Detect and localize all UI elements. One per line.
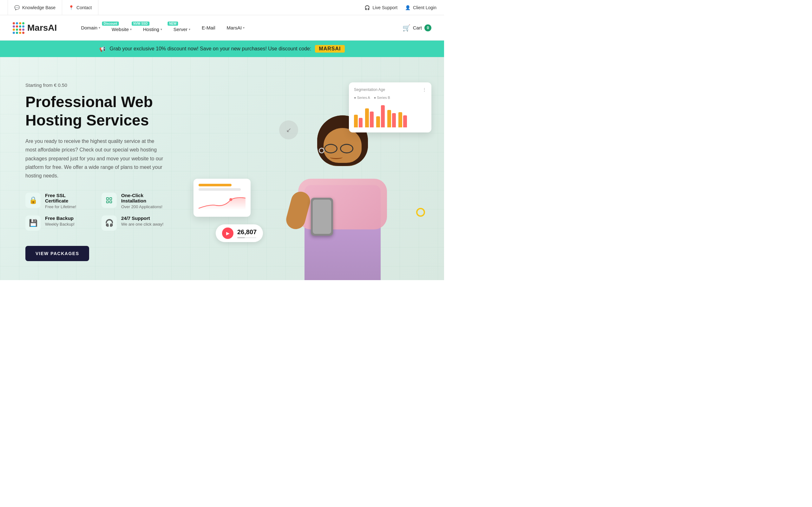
feature-backup: 💾 Free Backup Weekly Backup! <box>26 216 89 231</box>
chart-title-text: Segmentation Age <box>354 88 385 92</box>
stats-line-2 <box>199 188 241 191</box>
nav-website-label: Website <box>112 26 129 32</box>
bar-5a <box>398 112 402 127</box>
chevron-down-icon: ▾ <box>160 27 162 31</box>
bar-4a <box>387 110 391 127</box>
support-icon: 🎧 <box>101 216 117 231</box>
new-badge: NEW <box>167 21 178 26</box>
view-packages-button[interactable]: VIEW PACKAGES <box>26 246 89 261</box>
bar-group-1 <box>354 115 362 127</box>
promo-banner: 📢 Grab your exclusive 10% discount now! … <box>0 41 444 57</box>
feature-support-subtitle: We are one click away! <box>121 222 163 227</box>
bar-group-2 <box>365 108 374 127</box>
nav-marsai-label: MarsAI <box>227 25 242 31</box>
contact-icon: 📍 <box>68 5 74 10</box>
promo-text: Grab your exclusive 10% discount now! Sa… <box>109 46 311 52</box>
chevron-down-icon: ▾ <box>130 27 132 31</box>
feature-ssl-title: Free SSL Certificate <box>45 193 89 204</box>
hero-illustration: ↙ <box>184 57 444 280</box>
feature-support-text: 24/7 Support We are one click away! <box>121 216 163 227</box>
live-support-label: Live Support <box>372 5 397 10</box>
backup-icon: 💾 <box>26 216 41 231</box>
feature-ssl: 🔒 Free SSL Certificate Free for Lifetime… <box>26 193 89 209</box>
hero-section: Starting from € 0.50 Professional Web Ho… <box>0 57 444 280</box>
headphone-icon: 🎧 <box>364 5 370 10</box>
bar-group-5 <box>398 112 407 127</box>
top-bar: 💬 Knowledge Base 📍 Contact 🎧 Live Suppor… <box>0 0 444 15</box>
promo-icon: 📢 <box>99 46 106 52</box>
svg-rect-2 <box>107 201 108 203</box>
bar-2a <box>365 108 369 127</box>
nvm-ssd-badge: NVM SSD <box>132 21 149 26</box>
bar-group-3 <box>376 105 385 127</box>
discount-badge: Discount <box>102 21 119 26</box>
bar-2b <box>370 112 374 127</box>
svg-point-4 <box>229 198 232 201</box>
nav-domain-label: Domain <box>81 25 97 31</box>
legend-item-1: ● Series A <box>354 96 370 100</box>
nav-marsai[interactable]: MarsAI ▾ <box>222 22 250 33</box>
svg-rect-1 <box>110 198 112 200</box>
cart-count-badge: 0 <box>424 24 432 32</box>
chevron-down-icon: ▾ <box>189 27 190 31</box>
ssl-icon: 🔒 <box>26 193 41 208</box>
chart-bars-container <box>354 102 426 127</box>
nav-domain[interactable]: Domain ▾ <box>76 22 105 33</box>
client-login-link[interactable]: 👤 Client Login <box>405 5 437 10</box>
knowledge-base-icon: 💬 <box>14 5 20 10</box>
top-bar-left: 💬 Knowledge Base 📍 Contact <box>8 0 98 15</box>
stats-card <box>194 179 251 217</box>
feature-oneclick: One-Click Installation Over 200 Applicat… <box>101 193 165 209</box>
hero-description: Are you ready to receive the highest qua… <box>26 137 165 180</box>
bar-3a <box>376 116 380 127</box>
svg-rect-3 <box>110 201 112 203</box>
chevron-down-icon: ▾ <box>99 26 100 30</box>
stats-lines <box>199 184 246 191</box>
bar-3b <box>381 105 385 127</box>
oneclick-icon <box>101 193 117 208</box>
nav-email-label: E-Mail <box>202 25 215 31</box>
knowledge-base-link[interactable]: 💬 Knowledge Base <box>8 0 62 15</box>
cart-icon: 🛒 <box>403 24 410 32</box>
features-grid: 🔒 Free SSL Certificate Free for Lifetime… <box>26 193 165 231</box>
bar-4b <box>392 113 396 127</box>
feature-ssl-text: Free SSL Certificate Free for Lifetime! <box>45 193 89 209</box>
chart-title: Segmentation Age ⋮ <box>354 88 426 92</box>
feature-backup-text: Free Backup Weekly Backup! <box>45 216 74 227</box>
play-button[interactable]: ▶ <box>222 228 234 239</box>
hero-content: Starting from € 0.50 Professional Web Ho… <box>0 57 184 280</box>
nav-server[interactable]: NEW Server ▾ <box>168 21 195 35</box>
video-count-info: 26,807 <box>237 228 257 238</box>
top-bar-right: 🎧 Live Support 👤 Client Login <box>364 5 437 10</box>
hero-title: Professional Web Hosting Services <box>26 93 165 129</box>
stats-line-1 <box>199 184 232 186</box>
svg-rect-0 <box>107 198 108 200</box>
nav-server-label: Server <box>173 26 188 32</box>
bar-group-4 <box>387 110 396 127</box>
contact-label: Contact <box>77 5 92 10</box>
cart-label: Cart <box>413 25 422 31</box>
live-support-link[interactable]: 🎧 Live Support <box>364 5 397 10</box>
logo-dots <box>13 22 24 34</box>
nav-email[interactable]: E-Mail <box>197 22 220 33</box>
feature-ssl-subtitle: Free for Lifetime! <box>45 205 89 209</box>
main-header: MarsAI Domain ▾ Discount Website ▾ NVM S… <box>0 15 444 41</box>
bar-1b <box>359 118 362 127</box>
knowledge-base-label: Knowledge Base <box>22 5 55 10</box>
main-nav: Domain ▾ Discount Website ▾ NVM SSD Host… <box>76 21 402 35</box>
contact-link[interactable]: 📍 Contact <box>62 0 98 15</box>
promo-code: MARSAI <box>315 45 345 53</box>
logo[interactable]: MarsAI <box>13 22 57 34</box>
count-number: 26,807 <box>237 228 257 236</box>
video-count-card: ▶ 26,807 <box>216 224 263 242</box>
nav-hosting[interactable]: NVM SSD Hosting ▾ <box>138 21 167 35</box>
count-progress-bar <box>237 237 256 238</box>
logo-text: MarsAI <box>27 23 57 33</box>
hero-starting-price: Starting from € 0.50 <box>26 82 165 88</box>
stats-chart-svg <box>199 194 246 210</box>
chevron-down-icon: ▾ <box>243 26 245 30</box>
feature-oneclick-subtitle: Over 200 Applications! <box>121 205 165 209</box>
cart-area[interactable]: 🛒 Cart 0 <box>403 24 432 32</box>
bar-5b <box>403 115 407 127</box>
nav-hosting-label: Hosting <box>143 26 159 32</box>
